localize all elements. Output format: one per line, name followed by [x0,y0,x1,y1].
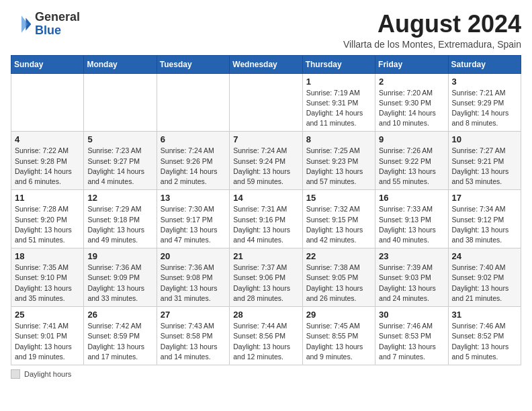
calendar-cell: 5Sunrise: 7:23 AMSunset: 9:27 PMDaylight… [84,132,157,190]
calendar-cell: 1Sunrise: 7:19 AMSunset: 9:31 PMDaylight… [302,73,375,132]
day-number: 20 [161,251,226,261]
day-info: Sunrise: 7:42 AMSunset: 8:59 PMDaylight:… [87,321,152,362]
logo: General Blue [11,11,80,38]
day-number: 15 [306,193,371,203]
calendar-cell: 8Sunrise: 7:25 AMSunset: 9:23 PMDaylight… [302,132,375,190]
day-number: 25 [15,310,80,320]
day-of-week-header: Monday [84,55,157,73]
day-number: 2 [379,77,444,87]
logo-general-text: General [35,10,80,24]
calendar-cell: 22Sunrise: 7:38 AMSunset: 9:05 PMDayligh… [302,248,375,307]
day-of-week-header: Sunday [11,55,84,73]
footer-note: Daylight hours [11,369,521,379]
day-number: 27 [161,310,226,320]
location-subtitle: Villarta de los Montes, Extremadura, Spa… [343,39,521,50]
day-number: 24 [452,251,517,261]
day-info: Sunrise: 7:24 AMSunset: 9:24 PMDaylight:… [233,146,298,187]
day-info: Sunrise: 7:22 AMSunset: 9:28 PMDaylight:… [15,146,80,187]
day-info: Sunrise: 7:30 AMSunset: 9:17 PMDaylight:… [161,204,226,245]
day-of-week-header: Saturday [448,55,521,73]
calendar-cell: 26Sunrise: 7:42 AMSunset: 8:59 PMDayligh… [84,307,157,365]
day-info: Sunrise: 7:41 AMSunset: 9:01 PMDaylight:… [15,321,80,362]
day-of-week-header: Thursday [302,55,375,73]
calendar-cell: 15Sunrise: 7:32 AMSunset: 9:15 PMDayligh… [302,190,375,248]
day-info: Sunrise: 7:24 AMSunset: 9:26 PMDaylight:… [161,146,226,187]
calendar-week-row: 4Sunrise: 7:22 AMSunset: 9:28 PMDaylight… [11,132,521,190]
day-info: Sunrise: 7:45 AMSunset: 8:55 PMDaylight:… [306,321,371,362]
page-header: General Blue August 2024 Villarta de los… [11,11,521,50]
day-info: Sunrise: 7:21 AMSunset: 9:29 PMDaylight:… [452,88,517,129]
day-number: 21 [233,251,298,261]
calendar-header: SundayMondayTuesdayWednesdayThursdayFrid… [11,55,521,73]
calendar-cell: 18Sunrise: 7:35 AMSunset: 9:10 PMDayligh… [11,248,84,307]
day-of-week-header: Wednesday [230,55,302,73]
calendar-cell: 13Sunrise: 7:30 AMSunset: 9:17 PMDayligh… [157,190,229,248]
calendar-cell: 24Sunrise: 7:40 AMSunset: 9:02 PMDayligh… [448,248,521,307]
day-number: 12 [87,193,152,203]
day-number: 10 [452,134,517,144]
day-header-row: SundayMondayTuesdayWednesdayThursdayFrid… [11,55,521,73]
logo-blue-text: Blue [35,24,61,37]
calendar-cell: 19Sunrise: 7:36 AMSunset: 9:09 PMDayligh… [84,248,157,307]
day-number: 3 [452,77,517,87]
day-number: 1 [306,77,371,87]
day-number: 9 [379,134,444,144]
logo-icon [11,13,32,35]
day-number: 4 [15,134,80,144]
calendar-table: SundayMondayTuesdayWednesdayThursdayFrid… [11,55,521,365]
day-number: 5 [87,134,152,144]
calendar-cell: 7Sunrise: 7:24 AMSunset: 9:24 PMDaylight… [230,132,302,190]
day-number: 31 [452,310,517,320]
calendar-cell: 31Sunrise: 7:46 AMSunset: 8:52 PMDayligh… [448,307,521,365]
calendar-cell: 11Sunrise: 7:28 AMSunset: 9:20 PMDayligh… [11,190,84,248]
calendar-body: 1Sunrise: 7:19 AMSunset: 9:31 PMDaylight… [11,73,521,365]
calendar-cell [11,73,84,132]
calendar-cell: 23Sunrise: 7:39 AMSunset: 9:03 PMDayligh… [375,248,448,307]
calendar-cell: 27Sunrise: 7:43 AMSunset: 8:58 PMDayligh… [157,307,229,365]
day-info: Sunrise: 7:38 AMSunset: 9:05 PMDaylight:… [306,263,371,304]
calendar-cell: 25Sunrise: 7:41 AMSunset: 9:01 PMDayligh… [11,307,84,365]
day-number: 26 [87,310,152,320]
day-info: Sunrise: 7:32 AMSunset: 9:15 PMDaylight:… [306,204,371,245]
day-info: Sunrise: 7:43 AMSunset: 8:58 PMDaylight:… [161,321,226,362]
month-year-title: August 2024 [343,11,521,38]
day-number: 6 [161,134,226,144]
day-info: Sunrise: 7:39 AMSunset: 9:03 PMDaylight:… [379,263,444,304]
calendar-cell [157,73,229,132]
calendar-cell: 14Sunrise: 7:31 AMSunset: 9:16 PMDayligh… [230,190,302,248]
calendar-week-row: 11Sunrise: 7:28 AMSunset: 9:20 PMDayligh… [11,190,521,248]
day-info: Sunrise: 7:27 AMSunset: 9:21 PMDaylight:… [452,146,517,187]
calendar-cell: 2Sunrise: 7:20 AMSunset: 9:30 PMDaylight… [375,73,448,132]
calendar-cell: 3Sunrise: 7:21 AMSunset: 9:29 PMDaylight… [448,73,521,132]
day-number: 23 [379,251,444,261]
day-info: Sunrise: 7:19 AMSunset: 9:31 PMDaylight:… [306,88,371,129]
day-number: 28 [233,310,298,320]
calendar-cell: 20Sunrise: 7:36 AMSunset: 9:08 PMDayligh… [157,248,229,307]
calendar-cell: 9Sunrise: 7:26 AMSunset: 9:22 PMDaylight… [375,132,448,190]
day-info: Sunrise: 7:25 AMSunset: 9:23 PMDaylight:… [306,146,371,187]
calendar-cell: 30Sunrise: 7:46 AMSunset: 8:53 PMDayligh… [375,307,448,365]
day-info: Sunrise: 7:35 AMSunset: 9:10 PMDaylight:… [15,263,80,304]
day-number: 8 [306,134,371,144]
day-info: Sunrise: 7:20 AMSunset: 9:30 PMDaylight:… [379,88,444,129]
calendar-cell: 16Sunrise: 7:33 AMSunset: 9:13 PMDayligh… [375,190,448,248]
legend-box [11,369,20,379]
day-number: 18 [15,251,80,261]
day-number: 7 [233,134,298,144]
day-info: Sunrise: 7:36 AMSunset: 9:08 PMDaylight:… [161,263,226,304]
day-info: Sunrise: 7:31 AMSunset: 9:16 PMDaylight:… [233,204,298,245]
calendar-cell: 29Sunrise: 7:45 AMSunset: 8:55 PMDayligh… [302,307,375,365]
day-number: 22 [306,251,371,261]
day-info: Sunrise: 7:28 AMSunset: 9:20 PMDaylight:… [15,204,80,245]
calendar-week-row: 25Sunrise: 7:41 AMSunset: 9:01 PMDayligh… [11,307,521,365]
day-info: Sunrise: 7:34 AMSunset: 9:12 PMDaylight:… [452,204,517,245]
day-info: Sunrise: 7:37 AMSunset: 9:06 PMDaylight:… [233,263,298,304]
day-number: 17 [452,193,517,203]
day-info: Sunrise: 7:46 AMSunset: 8:52 PMDaylight:… [452,321,517,362]
day-info: Sunrise: 7:44 AMSunset: 8:56 PMDaylight:… [233,321,298,362]
day-info: Sunrise: 7:29 AMSunset: 9:18 PMDaylight:… [87,204,152,245]
calendar-week-row: 18Sunrise: 7:35 AMSunset: 9:10 PMDayligh… [11,248,521,307]
day-info: Sunrise: 7:46 AMSunset: 8:53 PMDaylight:… [379,321,444,362]
calendar-cell: 28Sunrise: 7:44 AMSunset: 8:56 PMDayligh… [230,307,302,365]
day-of-week-header: Tuesday [157,55,229,73]
